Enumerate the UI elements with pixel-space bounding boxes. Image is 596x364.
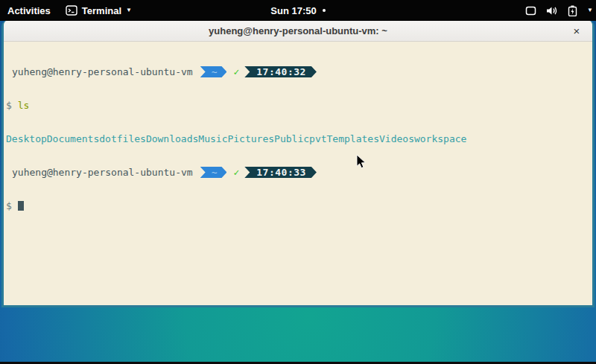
input-line[interactable]: $ [6, 200, 592, 211]
notification-dot-icon [323, 9, 326, 12]
prompt-user: yuheng@henry-personal-ubuntu-vm [6, 66, 193, 77]
directory-entry: Public [274, 133, 309, 144]
top-bar: Activities Terminal ▼ Sun 17:50 [0, 0, 596, 21]
prompt-symbol: $ [6, 100, 12, 111]
prompt-user: yuheng@henry-personal-ubuntu-vm [6, 167, 193, 178]
directory-entry: Pictures [227, 133, 274, 144]
directory-entry: Downloads [146, 133, 198, 144]
volume-icon [546, 6, 558, 16]
app-menu-button[interactable]: Terminal ▼ [58, 0, 139, 21]
prompt-time-segment: 17:40:32 [244, 66, 317, 77]
chevron-down-icon: ▼ [587, 7, 593, 13]
directory-entry: Music [198, 133, 227, 144]
activities-button[interactable]: Activities [0, 0, 58, 21]
prompt-symbol: $ [6, 200, 12, 211]
command-line: $ ls [6, 100, 592, 111]
prompt-path: ~ [212, 167, 218, 178]
prompt-path-segment: ~ [200, 66, 227, 77]
directory-entry: pvt [309, 133, 326, 144]
directory-entry: Documents [47, 133, 99, 144]
prompt-path: ~ [212, 66, 218, 77]
directory-entry: workspace [414, 133, 466, 144]
desktop: Activities Terminal ▼ Sun 17:50 [0, 0, 596, 364]
battery-charging-icon [568, 5, 577, 16]
window-title: yuheng@henry-personal-ubuntu-vm: ~ [209, 25, 387, 36]
directory-entry: Desktop [6, 133, 47, 144]
check-icon: ✓ [233, 167, 239, 178]
prompt-time-segment: 17:40:33 [244, 167, 317, 178]
system-menu-button[interactable]: ▼ [518, 0, 596, 21]
check-icon: ✓ [233, 66, 239, 77]
command-text: ls [18, 100, 30, 111]
topbar-right: ▼ [518, 0, 596, 21]
chevron-down-icon: ▼ [126, 7, 132, 13]
directory-entry: dotfiles [99, 133, 146, 144]
terminal-content[interactable]: yuheng@henry-personal-ubuntu-vm~✓17:40:3… [4, 42, 592, 307]
clock-button[interactable]: Sun 17:50 [263, 0, 332, 21]
app-menu-label: Terminal [82, 5, 121, 16]
directory-entry: Videos [379, 133, 414, 144]
terminal-cursor [18, 201, 24, 211]
screen-icon [525, 6, 536, 16]
ls-output: Desktop Documents dotfiles Downloads Mus… [6, 133, 592, 144]
terminal-window: yuheng@henry-personal-ubuntu-vm: ~ × yuh… [1, 21, 595, 307]
topbar-left: Activities Terminal ▼ [0, 0, 139, 21]
prompt-path-segment: ~ [200, 167, 227, 178]
prompt-line-2: yuheng@henry-personal-ubuntu-vm~✓17:40:3… [6, 167, 592, 178]
close-button[interactable]: × [568, 23, 585, 39]
clock-label: Sun 17:50 [270, 5, 316, 16]
directory-entry: Templates [327, 133, 379, 144]
prompt-line-1: yuheng@henry-personal-ubuntu-vm~✓17:40:3… [6, 66, 592, 77]
terminal-app-icon [66, 5, 77, 16]
mouse-cursor-icon [356, 154, 367, 170]
window-titlebar[interactable]: yuheng@henry-personal-ubuntu-vm: ~ × [4, 21, 592, 42]
